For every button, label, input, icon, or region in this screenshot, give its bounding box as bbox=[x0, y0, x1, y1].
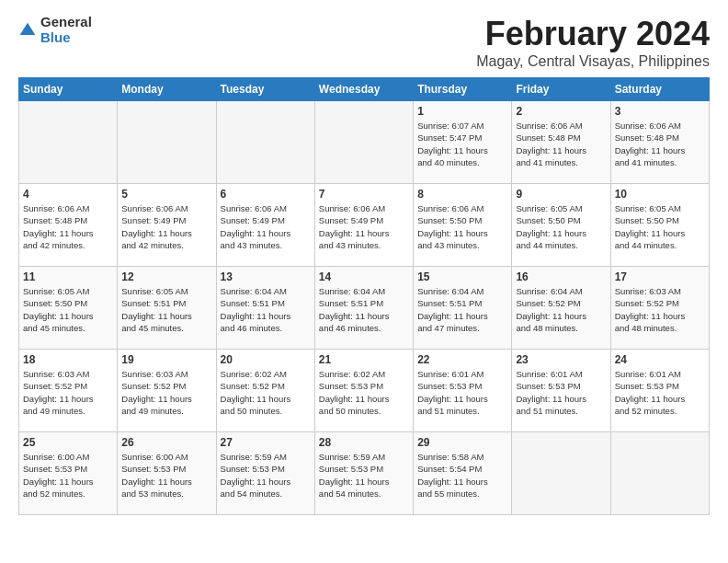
day-number: 22 bbox=[417, 353, 507, 366]
day-cell: 29Sunrise: 5:58 AM Sunset: 5:54 PM Dayli… bbox=[414, 432, 512, 515]
day-cell: 10Sunrise: 6:05 AM Sunset: 5:50 PM Dayli… bbox=[610, 184, 709, 267]
day-cell: 3Sunrise: 6:06 AM Sunset: 5:48 PM Daylig… bbox=[610, 101, 709, 184]
day-info: Sunrise: 6:04 AM Sunset: 5:51 PM Dayligh… bbox=[417, 285, 507, 334]
week-row-3: 11Sunrise: 6:05 AM Sunset: 5:50 PM Dayli… bbox=[19, 267, 710, 350]
day-number: 13 bbox=[221, 270, 311, 283]
day-cell: 9Sunrise: 6:05 AM Sunset: 5:50 PM Daylig… bbox=[512, 184, 610, 267]
day-cell bbox=[512, 432, 610, 515]
day-cell: 5Sunrise: 6:06 AM Sunset: 5:49 PM Daylig… bbox=[118, 184, 216, 267]
header-cell-monday: Monday bbox=[118, 78, 216, 101]
day-info: Sunrise: 5:58 AM Sunset: 5:54 PM Dayligh… bbox=[417, 451, 507, 500]
day-number: 23 bbox=[516, 353, 606, 366]
day-info: Sunrise: 6:05 AM Sunset: 5:50 PM Dayligh… bbox=[516, 202, 606, 251]
day-info: Sunrise: 6:04 AM Sunset: 5:51 PM Dayligh… bbox=[319, 285, 409, 334]
day-cell bbox=[216, 101, 314, 184]
day-number: 8 bbox=[417, 188, 507, 201]
day-info: Sunrise: 6:06 AM Sunset: 5:49 PM Dayligh… bbox=[221, 202, 311, 251]
day-number: 25 bbox=[23, 436, 113, 449]
day-number: 14 bbox=[319, 270, 409, 283]
week-row-5: 25Sunrise: 6:00 AM Sunset: 5:53 PM Dayli… bbox=[19, 432, 710, 515]
day-number: 16 bbox=[516, 270, 606, 283]
day-number: 5 bbox=[121, 188, 211, 201]
day-number: 24 bbox=[615, 353, 705, 366]
header-cell-thursday: Thursday bbox=[414, 78, 512, 101]
day-cell: 11Sunrise: 6:05 AM Sunset: 5:50 PM Dayli… bbox=[19, 267, 118, 350]
day-number: 10 bbox=[615, 188, 705, 201]
day-number: 17 bbox=[615, 270, 705, 283]
day-info: Sunrise: 6:05 AM Sunset: 5:50 PM Dayligh… bbox=[23, 285, 113, 334]
day-info: Sunrise: 6:03 AM Sunset: 5:52 PM Dayligh… bbox=[615, 285, 705, 334]
header-cell-tuesday: Tuesday bbox=[216, 78, 314, 101]
main-title: February 2024 bbox=[476, 15, 710, 53]
day-number: 28 bbox=[319, 436, 409, 449]
day-number: 12 bbox=[121, 270, 211, 283]
day-cell: 1Sunrise: 6:07 AM Sunset: 5:47 PM Daylig… bbox=[414, 101, 512, 184]
calendar-table: SundayMondayTuesdayWednesdayThursdayFrid… bbox=[18, 77, 710, 515]
day-cell: 6Sunrise: 6:06 AM Sunset: 5:49 PM Daylig… bbox=[216, 184, 314, 267]
day-number: 6 bbox=[221, 188, 311, 201]
day-info: Sunrise: 6:05 AM Sunset: 5:50 PM Dayligh… bbox=[615, 202, 705, 251]
week-row-4: 18Sunrise: 6:03 AM Sunset: 5:52 PM Dayli… bbox=[19, 350, 710, 432]
day-cell bbox=[314, 101, 413, 184]
day-cell: 27Sunrise: 5:59 AM Sunset: 5:53 PM Dayli… bbox=[216, 432, 314, 515]
day-info: Sunrise: 6:04 AM Sunset: 5:51 PM Dayligh… bbox=[221, 285, 311, 334]
day-number: 15 bbox=[417, 270, 507, 283]
day-cell: 21Sunrise: 6:02 AM Sunset: 5:53 PM Dayli… bbox=[314, 350, 413, 432]
day-cell: 16Sunrise: 6:04 AM Sunset: 5:52 PM Dayli… bbox=[512, 267, 610, 350]
day-info: Sunrise: 6:07 AM Sunset: 5:47 PM Dayligh… bbox=[417, 120, 507, 168]
day-number: 27 bbox=[221, 436, 311, 449]
header: General Blue February 2024 Magay, Centra… bbox=[18, 15, 710, 70]
day-info: Sunrise: 6:06 AM Sunset: 5:48 PM Dayligh… bbox=[516, 120, 606, 168]
week-row-2: 4Sunrise: 6:06 AM Sunset: 5:48 PM Daylig… bbox=[19, 184, 710, 267]
day-info: Sunrise: 6:03 AM Sunset: 5:52 PM Dayligh… bbox=[121, 368, 211, 417]
svg-marker-0 bbox=[20, 22, 36, 34]
day-info: Sunrise: 6:04 AM Sunset: 5:52 PM Dayligh… bbox=[516, 285, 606, 334]
day-number: 21 bbox=[319, 353, 409, 366]
day-cell: 4Sunrise: 6:06 AM Sunset: 5:48 PM Daylig… bbox=[19, 184, 118, 267]
day-number: 19 bbox=[121, 353, 211, 366]
day-cell: 2Sunrise: 6:06 AM Sunset: 5:48 PM Daylig… bbox=[512, 101, 610, 184]
day-info: Sunrise: 6:03 AM Sunset: 5:52 PM Dayligh… bbox=[23, 368, 113, 417]
day-cell: 14Sunrise: 6:04 AM Sunset: 5:51 PM Dayli… bbox=[314, 267, 413, 350]
day-cell: 24Sunrise: 6:01 AM Sunset: 5:53 PM Dayli… bbox=[610, 350, 709, 432]
day-number: 7 bbox=[319, 188, 409, 201]
day-number: 9 bbox=[516, 188, 606, 201]
day-number: 2 bbox=[516, 105, 606, 118]
logo: General Blue bbox=[18, 15, 92, 45]
subtitle: Magay, Central Visayas, Philippines bbox=[476, 53, 710, 70]
day-info: Sunrise: 6:05 AM Sunset: 5:51 PM Dayligh… bbox=[121, 285, 211, 334]
day-cell: 23Sunrise: 6:01 AM Sunset: 5:53 PM Dayli… bbox=[512, 350, 610, 432]
day-cell: 22Sunrise: 6:01 AM Sunset: 5:53 PM Dayli… bbox=[414, 350, 512, 432]
day-cell bbox=[19, 101, 118, 184]
day-info: Sunrise: 6:01 AM Sunset: 5:53 PM Dayligh… bbox=[417, 368, 507, 417]
day-info: Sunrise: 6:00 AM Sunset: 5:53 PM Dayligh… bbox=[121, 451, 211, 500]
header-cell-wednesday: Wednesday bbox=[314, 78, 413, 101]
day-info: Sunrise: 6:06 AM Sunset: 5:49 PM Dayligh… bbox=[319, 202, 409, 251]
logo-blue: Blue bbox=[40, 30, 92, 46]
header-cell-saturday: Saturday bbox=[610, 78, 709, 101]
day-number: 26 bbox=[121, 436, 211, 449]
day-cell: 26Sunrise: 6:00 AM Sunset: 5:53 PM Dayli… bbox=[118, 432, 216, 515]
day-info: Sunrise: 6:06 AM Sunset: 5:50 PM Dayligh… bbox=[417, 202, 507, 251]
day-info: Sunrise: 5:59 AM Sunset: 5:53 PM Dayligh… bbox=[221, 451, 311, 500]
day-number: 3 bbox=[615, 105, 705, 118]
logo-text: General Blue bbox=[40, 15, 92, 45]
day-info: Sunrise: 6:06 AM Sunset: 5:49 PM Dayligh… bbox=[121, 202, 211, 251]
day-number: 29 bbox=[417, 436, 507, 449]
day-cell: 19Sunrise: 6:03 AM Sunset: 5:52 PM Dayli… bbox=[118, 350, 216, 432]
day-cell: 8Sunrise: 6:06 AM Sunset: 5:50 PM Daylig… bbox=[414, 184, 512, 267]
week-row-1: 1Sunrise: 6:07 AM Sunset: 5:47 PM Daylig… bbox=[19, 101, 710, 184]
header-cell-friday: Friday bbox=[512, 78, 610, 101]
day-cell: 25Sunrise: 6:00 AM Sunset: 5:53 PM Dayli… bbox=[19, 432, 118, 515]
day-number: 11 bbox=[23, 270, 113, 283]
day-info: Sunrise: 6:00 AM Sunset: 5:53 PM Dayligh… bbox=[23, 451, 113, 500]
day-cell bbox=[118, 101, 216, 184]
day-info: Sunrise: 6:02 AM Sunset: 5:53 PM Dayligh… bbox=[319, 368, 409, 417]
day-info: Sunrise: 6:06 AM Sunset: 5:48 PM Dayligh… bbox=[23, 202, 113, 251]
day-cell bbox=[610, 432, 709, 515]
day-number: 1 bbox=[417, 105, 507, 118]
day-info: Sunrise: 6:01 AM Sunset: 5:53 PM Dayligh… bbox=[615, 368, 705, 417]
logo-icon bbox=[18, 21, 37, 40]
day-number: 4 bbox=[23, 188, 113, 201]
day-cell: 12Sunrise: 6:05 AM Sunset: 5:51 PM Dayli… bbox=[118, 267, 216, 350]
